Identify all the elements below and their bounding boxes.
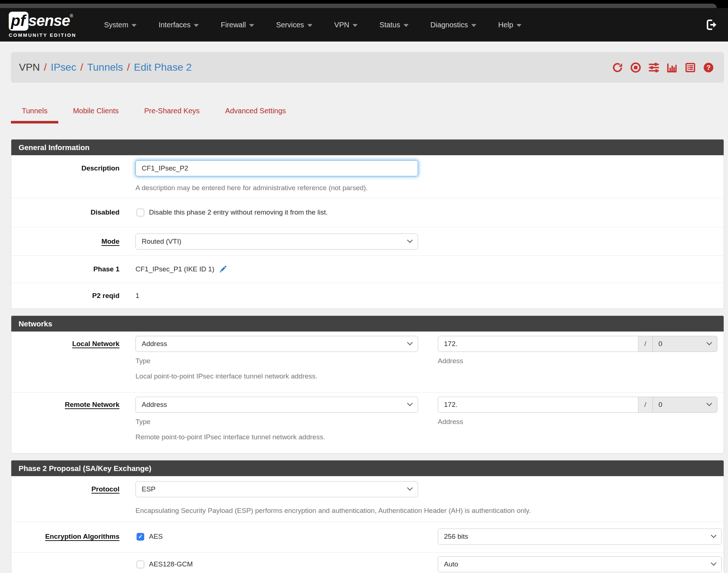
remote-network-type-select[interactable]: Address	[135, 397, 418, 413]
pfsense-logo[interactable]: pfsense® COMMUNITY EDITION	[9, 12, 76, 38]
p2-reqid-value: 1	[135, 288, 724, 304]
caret-down-icon	[404, 24, 409, 27]
page-tabs: Tunnels Mobile Clients Pre-Shared Keys A…	[11, 103, 728, 123]
nav-item-status[interactable]: Status	[369, 21, 420, 29]
tab-advanced-settings[interactable]: Advanced Settings	[214, 103, 297, 123]
breadcrumb-actions: ?	[611, 62, 715, 74]
breadcrumb-root: VPN	[19, 62, 40, 73]
panel-networks: Networks Local Network Address / 0	[11, 315, 724, 454]
pfsense-logo-pf: pf	[9, 12, 28, 31]
row-local-network: Local Network Address / 0	[11, 331, 724, 392]
caret-down-icon	[194, 24, 199, 27]
row-disabled: Disabled Disable this phase 2 entry with…	[11, 198, 724, 227]
aes-checkbox[interactable]: ✓	[137, 533, 144, 541]
phase1-label: Phase 1	[11, 261, 135, 277]
breadcrumb: VPN / IPsec / Tunnels / Edit Phase 2	[19, 62, 192, 73]
slash-addon: /	[638, 336, 653, 352]
list-icon[interactable]	[684, 62, 696, 74]
nav-item-diagnostics[interactable]: Diagnostics	[420, 21, 487, 29]
pencil-icon[interactable]	[218, 264, 228, 274]
top-navbar: pfsense® COMMUNITY EDITION System Interf…	[0, 8, 728, 42]
caret-down-icon	[471, 24, 476, 27]
aes-checkbox-label: AES	[149, 533, 163, 541]
nav-item-services[interactable]: Services	[265, 21, 323, 29]
refresh-icon[interactable]	[611, 62, 623, 74]
address-sublabel: Address	[438, 357, 463, 365]
slash-addon: /	[638, 397, 653, 413]
mode-select[interactable]: Routed (VTI)	[135, 233, 418, 250]
nav-item-vpn[interactable]: VPN	[323, 21, 369, 29]
protocol-help: Encapsulating Security Payload (ESP) per…	[135, 507, 724, 515]
navbar-menu: System Interfaces Firewall Services VPN …	[93, 21, 532, 29]
caret-down-icon	[516, 24, 522, 27]
type-sublabel: Type	[135, 357, 438, 365]
disabled-checkbox[interactable]	[137, 209, 144, 216]
chevron-down-icon	[711, 560, 717, 566]
chevron-down-icon	[407, 485, 413, 491]
breadcrumb-link-ipsec[interactable]: IPsec	[51, 62, 76, 73]
nav-item-firewall[interactable]: Firewall	[210, 21, 265, 29]
nav-item-system[interactable]: System	[93, 21, 148, 29]
breadcrumb-bar: VPN / IPsec / Tunnels / Edit Phase 2	[11, 52, 724, 83]
panel-title: Phase 2 Proposal (SA/Key Exchange)	[11, 460, 724, 476]
mode-select-value: Routed (VTI)	[142, 238, 181, 246]
main-content: General Information Description A descri…	[11, 139, 724, 573]
disabled-label: Disabled	[11, 204, 135, 220]
aes-keylen-select[interactable]: 256 bits	[438, 529, 722, 545]
chevron-down-icon	[407, 400, 413, 406]
pfsense-logo-sense: sense	[28, 12, 70, 28]
aes128gcm-checkbox-label: AES128-GCM	[149, 560, 193, 568]
encryption-algorithms-label: Encryption Algorithms	[11, 529, 135, 545]
breadcrumb-link-tunnels[interactable]: Tunnels	[87, 62, 123, 73]
type-sublabel: Type	[135, 418, 438, 426]
panel-phase2-proposal: Phase 2 Proposal (SA/Key Exchange) Proto…	[11, 460, 724, 573]
caret-down-icon	[249, 24, 254, 27]
local-network-help: Local point-to-point IPsec interface tun…	[135, 372, 724, 380]
mode-label: Mode	[11, 233, 135, 250]
nav-item-help[interactable]: Help	[487, 21, 532, 29]
tab-pre-shared-keys[interactable]: Pre-Shared Keys	[133, 103, 210, 123]
local-network-label: Local Network	[11, 336, 135, 380]
window-chrome	[0, 0, 728, 8]
local-network-address-input[interactable]	[438, 336, 638, 352]
description-input[interactable]	[135, 160, 418, 176]
sliders-icon[interactable]	[648, 62, 660, 74]
row-p2-reqid: P2 reqid 1	[11, 283, 724, 309]
chevron-down-icon	[711, 532, 717, 538]
aes128gcm-checkbox[interactable]	[137, 561, 144, 568]
caret-down-icon	[131, 24, 137, 27]
panel-title: Networks	[11, 316, 724, 331]
protocol-select-value: ESP	[142, 485, 156, 493]
chevron-down-icon	[707, 400, 712, 406]
panel-general-information: General Information Description A descri…	[11, 139, 724, 309]
panel-title: General Information	[11, 140, 724, 155]
description-help: A description may be entered here for ad…	[135, 184, 724, 192]
remote-network-address-input[interactable]	[438, 397, 638, 413]
local-network-prefix-select[interactable]: 0	[652, 336, 717, 352]
pfsense-logo-trademark: ®	[70, 12, 73, 18]
address-sublabel: Address	[438, 418, 463, 426]
breadcrumb-current-edit-phase-2[interactable]: Edit Phase 2	[134, 62, 192, 73]
disabled-checkbox-label: Disable this phase 2 entry without remov…	[149, 208, 328, 216]
p2-reqid-label: P2 reqid	[11, 288, 135, 304]
nav-item-interfaces[interactable]: Interfaces	[147, 21, 210, 29]
tab-tunnels[interactable]: Tunnels	[11, 103, 58, 123]
aes128gcm-keylen-select[interactable]: Auto	[438, 556, 722, 572]
help-icon[interactable]: ?	[703, 62, 715, 74]
chevron-down-icon	[707, 340, 712, 345]
row-description: Description A description may be entered…	[11, 155, 724, 198]
sign-out-icon[interactable]	[705, 19, 718, 31]
tab-mobile-clients[interactable]: Mobile Clients	[62, 103, 130, 123]
protocol-select[interactable]: ESP	[135, 481, 418, 497]
local-network-type-select[interactable]: Address	[135, 336, 418, 352]
svg-text:?: ?	[707, 63, 711, 71]
protocol-label: Protocol	[11, 481, 135, 515]
pfsense-logo-edition: COMMUNITY EDITION	[9, 32, 76, 38]
stop-icon[interactable]	[630, 62, 642, 74]
bar-chart-icon[interactable]	[666, 62, 678, 74]
row-protocol: Protocol ESP Encapsulating Security Payl…	[11, 476, 724, 522]
row-encryption-aes128gcm: AES128-GCM Auto	[11, 552, 724, 573]
remote-network-prefix-select[interactable]: 0	[652, 397, 717, 413]
remote-network-help: Remote point-to-point IPsec interface tu…	[135, 433, 724, 441]
row-remote-network: Remote Network Address / 0	[11, 392, 724, 453]
